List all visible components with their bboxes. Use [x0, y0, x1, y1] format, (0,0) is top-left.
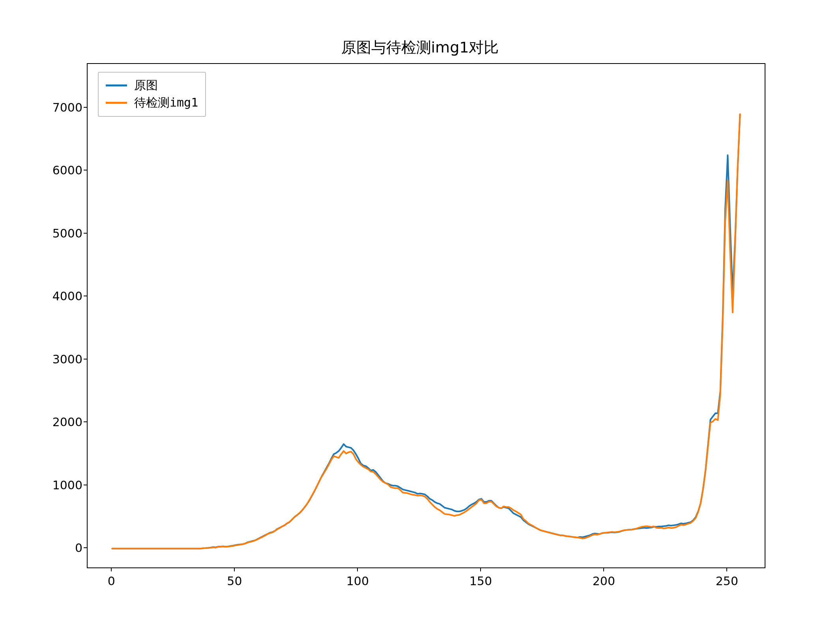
x-tick-label: 100 — [346, 574, 369, 588]
y-tick-label: 7000 — [35, 100, 82, 114]
y-tick-mark — [84, 485, 87, 485]
legend: 原图 待检测img1 — [98, 72, 206, 117]
x-tick-label: 50 — [227, 574, 242, 588]
x-tick-label: 250 — [716, 574, 738, 588]
y-tick-label: 4000 — [35, 289, 82, 303]
legend-swatch-img1 — [106, 102, 127, 104]
line-series-img1 — [112, 114, 740, 549]
legend-label-img1: 待检测img1 — [134, 95, 198, 111]
plot-area — [87, 63, 765, 568]
line-series-original — [112, 114, 740, 549]
legend-entry-original: 原图 — [106, 77, 198, 94]
y-tick-mark — [84, 170, 87, 170]
x-tick-mark — [726, 568, 727, 571]
y-tick-label: 3000 — [35, 352, 82, 366]
y-tick-label: 0 — [35, 541, 82, 555]
y-tick-mark — [84, 421, 87, 422]
y-tick-label: 6000 — [35, 163, 82, 177]
y-tick-mark — [84, 547, 87, 548]
y-tick-label: 5000 — [35, 226, 82, 240]
x-tick-label: 0 — [108, 574, 115, 588]
x-tick-label: 200 — [593, 574, 615, 588]
chart-container: 原图与待检测img1对比 010002000300040005000600070… — [0, 0, 840, 644]
plot-svg — [88, 64, 765, 567]
y-tick-label: 2000 — [35, 415, 82, 429]
y-tick-mark — [84, 107, 87, 108]
x-tick-mark — [357, 568, 358, 571]
x-tick-mark — [111, 568, 112, 571]
legend-swatch-original — [106, 84, 127, 86]
y-tick-mark — [84, 233, 87, 234]
y-tick-mark — [84, 296, 87, 296]
legend-entry-img1: 待检测img1 — [106, 94, 198, 111]
chart-title: 原图与待检测img1对比 — [0, 37, 840, 58]
legend-label-original: 原图 — [134, 77, 158, 94]
x-tick-mark — [603, 568, 604, 571]
x-tick-mark — [480, 568, 481, 571]
y-tick-mark — [84, 359, 87, 359]
x-tick-mark — [234, 568, 235, 571]
x-tick-label: 150 — [470, 574, 492, 588]
y-tick-label: 1000 — [35, 478, 82, 492]
